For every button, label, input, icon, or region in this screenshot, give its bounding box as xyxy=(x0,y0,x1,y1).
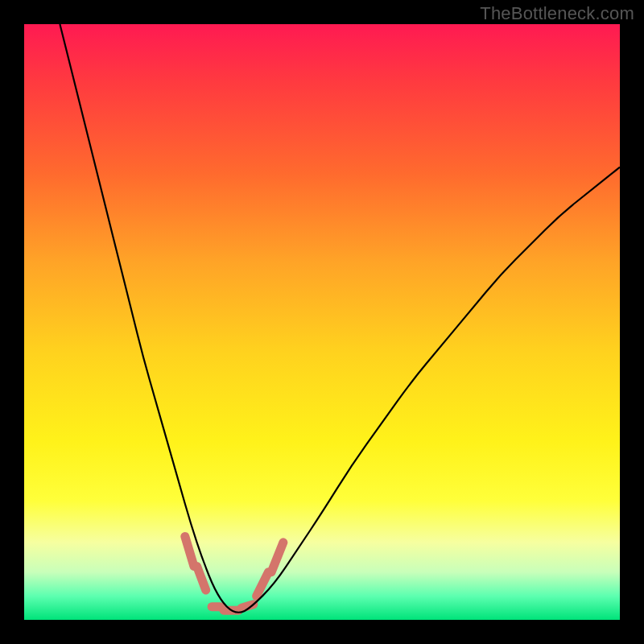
chart-svg xyxy=(24,24,620,620)
chart-frame: TheBottleneck.com xyxy=(0,0,644,644)
watermark-label: TheBottleneck.com xyxy=(480,3,634,24)
floor-marker-segment xyxy=(271,543,283,572)
floor-marker-segment xyxy=(185,536,194,566)
floor-marker-segment xyxy=(197,566,206,590)
bottleneck-curve xyxy=(60,24,620,613)
plot-area xyxy=(24,24,620,620)
floor-markers xyxy=(185,536,283,610)
